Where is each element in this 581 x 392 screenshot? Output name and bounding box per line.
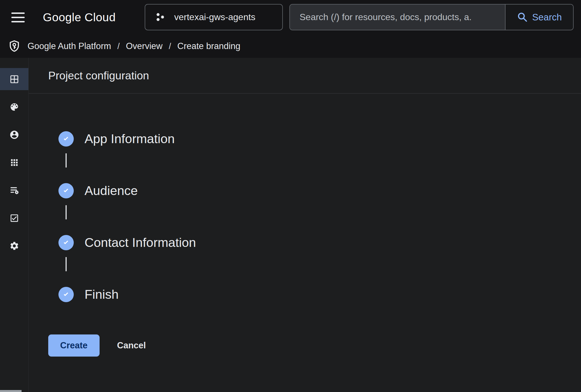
search-button-label: Search — [532, 12, 562, 23]
dashboard-icon — [9, 74, 19, 84]
step-completed-check-icon — [58, 183, 74, 198]
sidebar-item-branding[interactable] — [0, 96, 28, 118]
apps-grid-icon — [9, 158, 19, 168]
step-label: Finish — [85, 287, 119, 302]
search-input[interactable] — [300, 12, 495, 22]
google-cloud-logo: Google Cloud — [43, 11, 116, 24]
list-gear-icon — [9, 185, 19, 195]
breadcrumb-separator: / — [169, 42, 171, 51]
branding-stepper: App Information Audience Contact Informa… — [29, 131, 581, 302]
search-icon — [517, 12, 528, 23]
top-bar: Google Cloud vertexai-gws-agents Search — [0, 0, 581, 35]
palette-icon — [9, 102, 19, 112]
main-content: Project configuration App Information Au… — [29, 58, 581, 392]
breadcrumb: Google Auth Platform / Overview / Create… — [0, 35, 581, 58]
step-completed-check-icon — [58, 235, 74, 250]
step-app-information[interactable]: App Information — [29, 131, 581, 147]
breadcrumb-google-auth-platform[interactable]: Google Auth Platform — [28, 41, 111, 51]
sidebar-item-audience[interactable] — [0, 124, 28, 146]
sidebar-item-data-access[interactable] — [0, 179, 28, 201]
project-hexagons-icon — [154, 11, 166, 23]
search-input-area[interactable] — [290, 5, 505, 30]
breadcrumb-create-branding: Create branding — [177, 41, 240, 51]
sidebar-item-verification[interactable] — [0, 207, 28, 229]
breadcrumb-overview[interactable]: Overview — [126, 41, 163, 51]
form-actions: Create Cancel — [29, 334, 581, 357]
step-completed-check-icon — [58, 287, 74, 302]
create-button[interactable]: Create — [48, 334, 100, 357]
breadcrumb-separator: / — [117, 42, 120, 51]
project-selector-label: vertexai-gws-agents — [174, 12, 255, 22]
horizontal-scrollbar-thumb[interactable] — [0, 390, 22, 392]
step-label: Contact Information — [85, 235, 196, 250]
sidebar-nav — [0, 58, 29, 392]
step-connector — [29, 147, 581, 183]
step-completed-check-icon — [58, 131, 74, 147]
search-button[interactable]: Search — [505, 5, 573, 30]
title-row: Project configuration — [29, 58, 581, 94]
step-connector — [29, 250, 581, 287]
auth-platform-shield-key-icon — [7, 39, 21, 53]
hamburger-menu-icon[interactable] — [11, 12, 25, 22]
step-connector — [29, 198, 581, 235]
step-label: Audience — [85, 183, 138, 198]
step-audience[interactable]: Audience — [29, 183, 581, 198]
sidebar-item-clients[interactable] — [0, 151, 28, 173]
sidebar-item-settings[interactable] — [0, 235, 28, 257]
settings-gear-icon — [9, 241, 19, 251]
checkbox-icon — [9, 213, 19, 223]
project-selector[interactable]: vertexai-gws-agents — [145, 4, 283, 30]
page-title: Project configuration — [48, 69, 149, 82]
step-finish[interactable]: Finish — [29, 287, 581, 302]
sidebar-item-overview[interactable] — [0, 68, 28, 90]
step-contact-information[interactable]: Contact Information — [29, 235, 581, 250]
person-icon — [9, 130, 19, 140]
step-label: App Information — [85, 132, 175, 146]
google-cloud-console: Google Cloud vertexai-gws-agents Search — [0, 0, 581, 392]
search-bar: Search — [289, 4, 574, 30]
cancel-button[interactable]: Cancel — [117, 340, 146, 351]
